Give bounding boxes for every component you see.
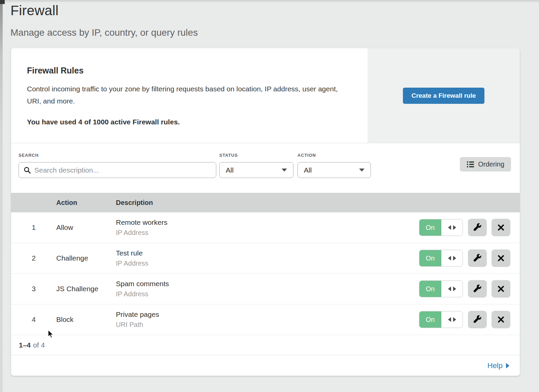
action-dropdown-value: All xyxy=(304,166,312,174)
close-icon xyxy=(497,315,505,324)
ordering-list-icon xyxy=(467,161,474,168)
priority-cell: 2 xyxy=(11,254,56,262)
rules-table-body: 1 Allow Remote workers IP Address On xyxy=(11,212,520,335)
arrow-right-icon xyxy=(453,256,456,261)
help-link[interactable]: Help xyxy=(487,361,509,370)
status-label: STATUS xyxy=(219,153,293,158)
enable-toggle[interactable]: On xyxy=(419,250,463,267)
intro-description: Control incoming traffic to your zone by… xyxy=(27,83,352,107)
description-cell: Spam comments IP Address xyxy=(116,280,419,298)
table-row: 2 Challenge Test rule IP Address On xyxy=(11,243,520,274)
search-filter: SEARCH xyxy=(19,153,216,178)
delete-rule-button[interactable] xyxy=(492,249,510,267)
rule-match-type: IP Address xyxy=(116,290,419,298)
action-cell: Allow xyxy=(56,223,116,232)
description-cell: Test rule IP Address xyxy=(116,249,419,267)
delete-rule-button[interactable] xyxy=(492,219,510,236)
priority-cell: 3 xyxy=(11,285,56,293)
rule-description: Test rule xyxy=(116,249,419,257)
action-dropdown[interactable]: All xyxy=(297,162,371,178)
delete-rule-button[interactable] xyxy=(492,311,510,328)
action-filter: ACTION All xyxy=(297,153,371,178)
table-row: 3 JS Challenge Spam comments IP Address … xyxy=(11,274,520,304)
edit-rule-button[interactable] xyxy=(468,311,487,328)
intro-section: Firewall Rules Control incoming traffic … xyxy=(11,48,520,143)
arrow-right-icon xyxy=(506,363,509,368)
firewall-rules-card: Firewall Rules Control incoming traffic … xyxy=(11,48,520,376)
search-icon xyxy=(24,167,31,174)
enable-toggle[interactable]: On xyxy=(419,219,463,236)
arrow-right-icon xyxy=(453,287,456,291)
ordering-button-label: Ordering xyxy=(478,160,504,168)
column-header-action: Action xyxy=(56,199,116,207)
chevron-down-icon xyxy=(282,169,287,172)
arrow-right-icon xyxy=(453,317,456,322)
action-label: ACTION xyxy=(297,153,371,158)
delete-rule-button[interactable] xyxy=(492,280,510,298)
page-subtitle: Manage access by IP, country, or query r… xyxy=(10,27,198,38)
page-title: Firewall xyxy=(10,3,198,19)
wrench-icon xyxy=(473,223,482,232)
action-cell: Block xyxy=(56,315,116,324)
search-label: SEARCH xyxy=(19,153,216,158)
rule-description: Remote workers xyxy=(116,218,419,227)
row-controls: On xyxy=(419,311,510,328)
enable-toggle[interactable]: On xyxy=(419,311,463,328)
arrow-left-icon xyxy=(448,287,451,291)
page-header: Firewall Manage access by IP, country, o… xyxy=(10,3,198,38)
help-link-label: Help xyxy=(487,361,503,370)
help-row: Help xyxy=(11,355,520,376)
wrench-icon xyxy=(473,315,482,324)
status-dropdown-value: All xyxy=(226,166,233,174)
toggle-arrows-segment[interactable] xyxy=(441,250,463,266)
table-row: 1 Allow Remote workers IP Address On xyxy=(11,212,520,243)
wrench-icon xyxy=(473,284,482,293)
priority-cell: 4 xyxy=(11,315,56,324)
enable-toggle[interactable]: On xyxy=(419,280,463,297)
toggle-arrows-segment[interactable] xyxy=(441,281,463,297)
arrow-left-icon xyxy=(448,225,451,230)
screen-top-edge xyxy=(0,0,539,2)
rule-match-type: IP Address xyxy=(116,260,419,267)
chevron-down-icon xyxy=(359,169,364,172)
screen-corner-notch xyxy=(0,0,5,4)
toggle-arrows-segment[interactable] xyxy=(441,219,463,236)
arrow-left-icon xyxy=(448,317,451,322)
arrow-left-icon xyxy=(448,256,451,261)
action-cell: JS Challenge xyxy=(56,285,116,293)
priority-cell: 1 xyxy=(11,223,56,232)
edit-rule-button[interactable] xyxy=(468,219,487,236)
toggle-on-segment[interactable]: On xyxy=(419,250,441,266)
description-cell: Remote workers IP Address xyxy=(116,218,419,237)
toggle-on-segment[interactable]: On xyxy=(419,311,441,328)
table-row: 4 Block Private pages URI Path On xyxy=(11,304,520,335)
toggle-arrows-segment[interactable] xyxy=(441,311,463,328)
close-icon xyxy=(497,254,505,262)
description-cell: Private pages URI Path xyxy=(116,310,419,329)
close-icon xyxy=(497,223,505,232)
create-firewall-rule-button[interactable]: Create a Firewall rule xyxy=(403,88,484,104)
edit-rule-button[interactable] xyxy=(468,249,487,267)
status-dropdown[interactable]: All xyxy=(219,162,293,178)
intro-aside-panel: Create a Firewall rule xyxy=(368,48,520,143)
rule-match-type: IP Address xyxy=(116,229,419,237)
filter-bar: SEARCH STATUS All ACTION All xyxy=(11,143,520,193)
row-controls: On xyxy=(419,219,510,236)
ordering-button[interactable]: Ordering xyxy=(460,157,511,172)
row-controls: On xyxy=(419,249,510,267)
table-header: Action Description xyxy=(11,193,520,212)
search-box[interactable] xyxy=(19,162,216,178)
wrench-icon xyxy=(473,254,482,263)
edit-rule-button[interactable] xyxy=(468,280,487,298)
rule-match-type: URI Path xyxy=(116,321,419,329)
toggle-on-segment[interactable]: On xyxy=(419,219,441,236)
row-controls: On xyxy=(419,280,510,298)
pagination-footer: 1–4 of 4 xyxy=(11,335,520,355)
pagination-range: 1–4 xyxy=(19,341,31,349)
toggle-on-segment[interactable]: On xyxy=(419,281,441,297)
pagination-total: of 4 xyxy=(33,341,45,349)
rule-description: Spam comments xyxy=(116,280,419,288)
column-header-description: Description xyxy=(116,199,153,207)
search-input[interactable] xyxy=(34,166,211,174)
status-filter: STATUS All xyxy=(219,153,293,178)
